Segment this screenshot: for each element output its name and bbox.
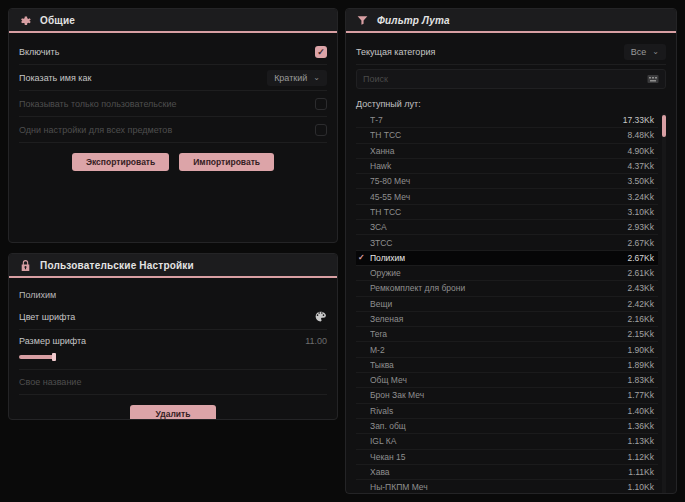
loot-filter-panel: Фильтр Лута Текущая категория Все ⌄ Дост: [345, 8, 677, 494]
loot-item-value: 2.16Kk: [628, 314, 654, 324]
custom-settings-header: Пользовательские Настройки: [9, 254, 337, 278]
loot-row[interactable]: Ханна 4.90Kk: [356, 144, 658, 159]
panel-empty-space: [19, 171, 327, 229]
category-dropdown[interactable]: Все ⌄: [624, 44, 666, 60]
enable-checkbox[interactable]: ✓: [315, 46, 327, 58]
loot-item-value: 4.90Kk: [628, 146, 654, 156]
loot-row[interactable]: 75-80 Меч 3.50Kk: [356, 174, 658, 189]
loot-row[interactable]: ЗСА 2.93Kk: [356, 220, 658, 235]
loot-item-name: 75-80 Меч: [370, 176, 628, 186]
right-column: Фильтр Лута Текущая категория Все ⌄ Дост: [345, 8, 677, 494]
custom-settings-panel: Пользовательские Настройки Полихим Цвет …: [8, 253, 338, 420]
loot-scrollbar[interactable]: [662, 113, 666, 494]
search-box: [356, 69, 666, 89]
display-name-label: Показать имя как: [19, 73, 91, 83]
loot-item-value: 1.89Kk: [628, 360, 654, 370]
enable-row: Включить ✓: [19, 39, 327, 65]
loot-row[interactable]: ТН ТСС 3.10Kk: [356, 205, 658, 220]
loot-item-value: 8.48Kk: [628, 130, 654, 140]
loot-item-name: Зап. общ: [370, 421, 628, 431]
gear-icon: [19, 14, 32, 27]
loot-item-value: 3.10Kk: [628, 207, 654, 217]
loot-row[interactable]: Тыква 1.89Kk: [356, 358, 658, 373]
same-settings-row: Одни настройки для всех предметов: [19, 117, 327, 143]
loot-item-name: Оружие: [370, 268, 628, 278]
loot-filter-header: Фильтр Лута: [346, 9, 676, 33]
loot-item-value: 1.90Kk: [628, 345, 654, 355]
loot-row[interactable]: ТН ТСС 8.48Kk: [356, 128, 658, 143]
loot-row[interactable]: М-2 1.90Kk: [356, 342, 658, 357]
font-size-slider[interactable]: [19, 353, 327, 361]
loot-item-value: 1.10Kk: [628, 482, 654, 492]
loot-filter-body: Текущая категория Все ⌄ Доступный лут: Т…: [346, 33, 676, 494]
category-row: Текущая категория Все ⌄: [356, 39, 666, 65]
loot-row[interactable]: Брон Зак Меч 1.77Kk: [356, 388, 658, 403]
slider-fill: [19, 355, 55, 359]
search-input[interactable]: [363, 74, 647, 84]
left-column: Общие Включить ✓ Показать имя как Кратки…: [8, 8, 338, 494]
loot-item-name: 45-55 Меч: [370, 192, 628, 202]
search-settings-icon[interactable]: [647, 74, 659, 84]
panel-title: Пользовательские Настройки: [40, 260, 194, 271]
loot-row[interactable]: ✓ Полихим 2.67Kk: [356, 251, 658, 266]
same-settings-checkbox[interactable]: [315, 124, 327, 136]
loot-row[interactable]: Вещи 2.42Kk: [356, 297, 658, 312]
loot-row[interactable]: Хава 1.11Kk: [356, 465, 658, 480]
delete-row: Удалить: [19, 405, 327, 420]
loot-item-value: 17.33Kk: [623, 115, 654, 125]
only-custom-label: Показывать только пользовательские: [19, 99, 177, 109]
resize-handle[interactable]: [345, 490, 351, 494]
loot-row[interactable]: Ны-ПКПМ Меч 1.10Kk: [356, 480, 658, 494]
loot-row[interactable]: Rivals 1.40Kk: [356, 404, 658, 419]
chevron-down-icon: ⌄: [652, 47, 659, 56]
loot-item-value: 1.11Kk: [628, 467, 654, 477]
export-button[interactable]: Экспортировать: [72, 153, 169, 171]
only-custom-checkbox[interactable]: [315, 98, 327, 110]
loot-item-value: 1.13Kk: [628, 436, 654, 446]
loot-row[interactable]: Зап. общ 1.36Kk: [356, 419, 658, 434]
loot-row[interactable]: Чекан 15 1.12Kk: [356, 450, 658, 465]
loot-row[interactable]: Hawk 4.37Kk: [356, 159, 658, 174]
loot-row[interactable]: Зеленая 2.16Kk: [356, 312, 658, 327]
loot-row[interactable]: Ремкомплект для брони 2.43Kk: [356, 281, 658, 296]
funnel-icon: [356, 14, 369, 27]
loot-item-name: IGL КА: [370, 436, 628, 446]
font-size-label: Размер шрифта: [19, 336, 86, 346]
loot-item-value: 2.61Kk: [628, 268, 654, 278]
category-label: Текущая категория: [356, 47, 435, 57]
loot-item-name: Общ Меч: [370, 375, 628, 385]
display-name-value: Краткий: [274, 73, 307, 83]
category-value: Все: [631, 47, 647, 57]
custom-name-input[interactable]: [19, 370, 327, 395]
loot-row[interactable]: ЗТСС 2.67Kk: [356, 235, 658, 250]
slider-handle[interactable]: [52, 353, 56, 361]
loot-item-name: Hawk: [370, 161, 628, 171]
loot-row[interactable]: IGL КА 1.13Kk: [356, 434, 658, 449]
loot-row[interactable]: 45-55 Меч 3.24Kk: [356, 189, 658, 204]
loot-item-value: 1.77Kk: [628, 390, 654, 400]
font-color-label: Цвет шрифта: [19, 312, 75, 322]
import-button[interactable]: Импортировать: [179, 153, 274, 171]
enable-label: Включить: [19, 47, 59, 57]
loot-item-value: 2.42Kk: [628, 299, 654, 309]
loot-item-name: Хава: [370, 467, 628, 477]
display-name-dropdown[interactable]: Краткий ⌄: [267, 70, 327, 86]
user-settings-icon: [19, 259, 32, 272]
panel-title: Фильтр Лута: [377, 15, 450, 26]
scrollbar-thumb[interactable]: [662, 115, 666, 137]
palette-icon[interactable]: [314, 310, 327, 323]
loot-item-name: Тега: [370, 329, 628, 339]
selected-item-name: Полихим: [19, 284, 327, 304]
loot-row[interactable]: Т-7 17.33Kk: [356, 113, 658, 128]
loot-item-name: Брон Зак Меч: [370, 390, 628, 400]
loot-item-value: 1.83Kk: [628, 375, 654, 385]
loot-item-value: 2.43Kk: [628, 283, 654, 293]
loot-row[interactable]: Тега 2.15Kk: [356, 327, 658, 342]
loot-row[interactable]: Оружие 2.61Kk: [356, 266, 658, 281]
loot-item-name: М-2: [370, 345, 628, 355]
font-size-block: Размер шрифта 11.00: [19, 330, 327, 370]
display-name-row: Показать имя как Краткий ⌄: [19, 65, 327, 91]
loot-row[interactable]: Общ Меч 1.83Kk: [356, 373, 658, 388]
delete-button[interactable]: Удалить: [130, 405, 217, 420]
same-settings-label: Одни настройки для всех предметов: [19, 125, 172, 135]
